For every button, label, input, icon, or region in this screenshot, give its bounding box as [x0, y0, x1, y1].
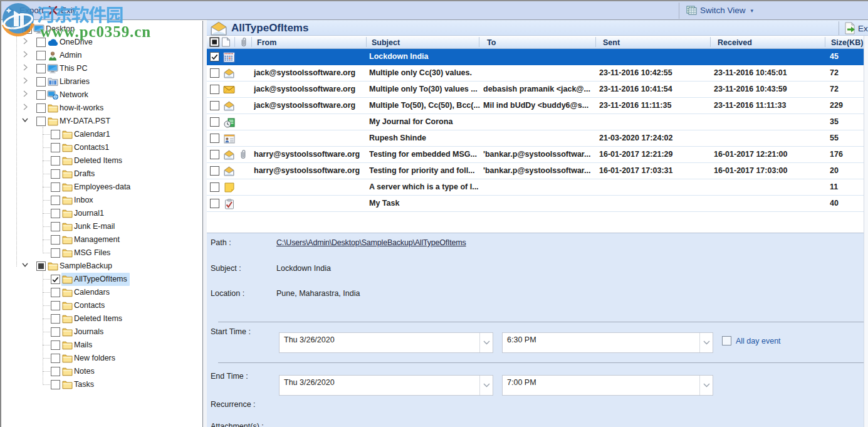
end-time-combobox[interactable]: 7:00 PM [502, 375, 713, 396]
column-header-to[interactable]: To [487, 38, 496, 47]
tree-checkbox[interactable] [36, 117, 46, 126]
tree-checkbox[interactable] [51, 143, 60, 152]
tree-checkbox[interactable] [51, 196, 60, 205]
tree-checkbox[interactable] [36, 38, 46, 47]
tree-item-my-data-pst[interactable]: MY-DATA.PST [1, 115, 202, 128]
tree-item-contacts1[interactable]: Contacts1 [1, 141, 202, 154]
chevron-down-icon[interactable] [479, 333, 493, 352]
chevron-right-icon[interactable] [20, 88, 30, 98]
vertical-scrollbar[interactable] [864, 36, 868, 427]
switch-view-button[interactable]: Switch View ▾ [682, 1, 757, 19]
tree-item-network[interactable]: Network [1, 88, 202, 102]
tree-checkbox[interactable] [51, 367, 60, 376]
tree-item-this-pc[interactable]: This PC [1, 62, 202, 75]
tree-checkbox[interactable] [51, 314, 60, 324]
mail-row[interactable]: My Task40 [207, 196, 864, 212]
checkbox-icon[interactable] [722, 336, 731, 345]
chevron-right-icon[interactable] [20, 102, 30, 112]
tree-checkbox[interactable] [51, 248, 60, 258]
column-header-received[interactable]: Received [718, 38, 752, 47]
tree-item-deleted-items[interactable]: Deleted Items [1, 312, 202, 325]
chevron-expanded-icon[interactable] [20, 260, 30, 270]
attachment-icon[interactable] [240, 37, 248, 49]
tree-item-msg-files[interactable]: MSG Files [1, 246, 202, 260]
tree-item-management[interactable]: Management [1, 233, 202, 246]
tree-item-tasks[interactable]: Tasks [1, 378, 202, 391]
tree-checkbox[interactable] [36, 261, 46, 271]
tree-item-journals[interactable]: Journals [1, 325, 202, 339]
tree-checkbox[interactable] [51, 327, 60, 337]
tree-checkbox[interactable] [36, 77, 46, 87]
tree-checkbox[interactable] [51, 340, 60, 350]
tree-checkbox[interactable] [51, 288, 60, 297]
chevron-expanded-icon[interactable] [8, 23, 18, 33]
tree-item-samplebackup[interactable]: SampleBackup [1, 260, 202, 273]
column-divider[interactable] [825, 37, 825, 47]
row-checkbox[interactable] [210, 85, 219, 94]
tree-item-drafts[interactable]: Drafts [1, 167, 202, 181]
tree-checkbox[interactable] [51, 275, 60, 284]
tree-item-desktop[interactable]: Desktop [1, 23, 202, 36]
tree-checkbox[interactable] [36, 51, 46, 60]
tree-item-calendar1[interactable]: Calendar1 [1, 128, 202, 141]
tree-checkbox[interactable] [51, 156, 60, 166]
column-header-size-kb-[interactable]: Size(KB) [831, 38, 863, 47]
tree-checkbox[interactable] [36, 103, 46, 113]
tree-item-calendars[interactable]: Calendars [1, 286, 202, 299]
mail-row[interactable]: My Journal for Corona35 [207, 114, 864, 130]
mail-row[interactable]: Lockdown India45 [207, 49, 864, 65]
export-selected-button[interactable]: Export [845, 21, 868, 36]
row-checkbox[interactable] [210, 68, 219, 78]
tree-item-libraries[interactable]: Libraries [1, 75, 202, 88]
chevron-right-icon[interactable] [20, 49, 30, 59]
tree-item-contacts[interactable]: Contacts [1, 299, 202, 312]
row-checkbox[interactable] [210, 150, 219, 159]
chevron-expanded-icon[interactable] [20, 115, 30, 125]
exit-button[interactable]: Exit [44, 1, 79, 19]
tree-item-mails[interactable]: Mails [1, 339, 202, 352]
mail-row[interactable]: harry@systoolssoftware.orgTesting for em… [207, 147, 864, 163]
mail-row[interactable]: harry@systoolssoftware.orgTesting for pr… [207, 163, 864, 179]
chevron-right-icon[interactable] [20, 62, 30, 72]
select-all-icon[interactable] [209, 37, 220, 49]
tree-item-notes[interactable]: Notes [1, 365, 202, 378]
tree-item-alltypeofitems[interactable]: AllTypeOfItems [1, 273, 202, 286]
row-checkbox[interactable] [210, 52, 219, 61]
column-divider[interactable] [595, 37, 596, 47]
column-divider[interactable] [479, 37, 479, 47]
chevron-right-icon[interactable] [20, 75, 30, 85]
row-checkbox[interactable] [210, 182, 219, 192]
tree-item-how-it-works[interactable]: how-it-works [1, 102, 202, 115]
tree-checkbox[interactable] [51, 130, 60, 139]
tree-checkbox[interactable] [23, 24, 32, 34]
mail-row[interactable]: jack@systoolssoftware.orgMultiple To(50)… [207, 98, 864, 114]
column-header-sent[interactable]: Sent [603, 38, 620, 47]
tree-checkbox[interactable] [36, 64, 46, 73]
tree-checkbox[interactable] [51, 182, 60, 192]
column-divider[interactable] [234, 37, 235, 47]
tree-checkbox[interactable] [51, 380, 60, 389]
tree-item-employees-data[interactable]: Employees-data [1, 181, 202, 194]
path-link[interactable]: C:\Users\Admin\Desktop\SampleBackup\AllT… [276, 238, 466, 247]
tree-item-junk-e-mail[interactable]: Junk E-mail [1, 220, 202, 233]
tree-item-deleted-items[interactable]: Deleted Items [1, 154, 202, 167]
end-date-combobox[interactable]: Thu 3/26/2020 [279, 375, 493, 396]
mail-row[interactable]: A server which is a type of I...11 [207, 179, 864, 196]
tree-item-admin[interactable]: Admin [1, 49, 202, 62]
tree-checkbox[interactable] [51, 301, 60, 310]
tree-checkbox[interactable] [51, 209, 60, 218]
column-divider[interactable] [251, 37, 252, 47]
column-divider[interactable] [710, 37, 711, 47]
mail-row[interactable]: jack@systoolssoftware.orgMultiple only T… [207, 82, 864, 98]
row-checkbox[interactable] [210, 166, 219, 176]
tree-checkbox[interactable] [51, 354, 60, 363]
tree-checkbox[interactable] [51, 222, 60, 231]
mail-row[interactable]: jack@systoolssoftware.orgMultiple only C… [207, 65, 864, 82]
item-type-icon[interactable] [221, 37, 231, 49]
column-divider[interactable] [366, 37, 367, 47]
tree-item-inbox[interactable]: Inbox [1, 194, 202, 207]
mail-row[interactable]: Rupesh Shinde21-03-2020 17:24:0255 [207, 130, 864, 147]
tree-checkbox[interactable] [51, 169, 60, 179]
chevron-down-icon[interactable] [699, 333, 713, 352]
tree-item-journal1[interactable]: Journal1 [1, 207, 202, 220]
